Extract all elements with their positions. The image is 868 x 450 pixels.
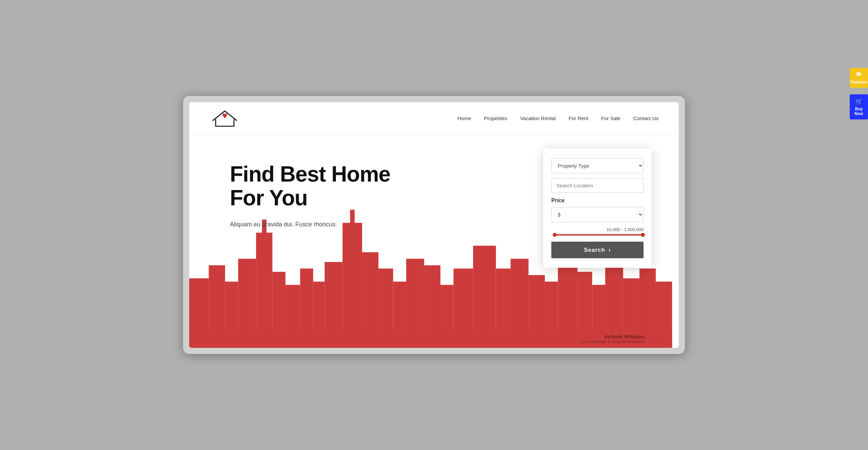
nav-links: Home Properties Vacation Rental For Rent…: [458, 115, 658, 121]
nav-properties-link[interactable]: Properties: [484, 115, 507, 121]
nav-for-sale-link[interactable]: For Sale: [601, 115, 620, 121]
svg-rect-11: [342, 223, 362, 348]
hero-title-line1: Find Best Home: [230, 162, 390, 186]
hero-title: Find Best Home For You: [230, 162, 390, 210]
hero-text: Find Best Home For You Aliquam eu gravid…: [230, 162, 390, 228]
hero-subtitle: Aliquam eu gravida dui. Fusce rhoncus.: [230, 221, 390, 228]
range-track: [553, 234, 645, 236]
price-label: Price: [551, 198, 644, 204]
range-thumb-left[interactable]: [553, 233, 557, 237]
search-button[interactable]: Search ›: [551, 242, 644, 258]
nav-contact-link[interactable]: Contact Us: [633, 115, 658, 121]
search-card: Property Type House Apartment Condo Vill…: [543, 149, 652, 268]
nav-home-link[interactable]: Home: [458, 115, 471, 121]
property-type-select[interactable]: Property Type House Apartment Condo Vill…: [551, 158, 644, 173]
logo[interactable]: [210, 108, 240, 129]
price-select[interactable]: $ $$ $$$: [551, 207, 644, 222]
logo-icon: [210, 108, 240, 129]
search-button-label: Search: [584, 247, 605, 254]
activate-watermark: Activate Windows Go to Settings to activ…: [581, 334, 645, 344]
range-slider: [551, 234, 644, 236]
hero-title-line2: For You: [230, 186, 308, 210]
price-range-label: 10,000 - 1,000,000: [551, 227, 644, 232]
activate-windows-subtitle: Go to Settings to activate Windows.: [581, 339, 645, 344]
nav-vacation-link[interactable]: Vacation Rental: [520, 115, 556, 121]
hero-section: Find Best Home For You Aliquam eu gravid…: [189, 135, 679, 348]
search-arrow-icon: ›: [609, 246, 611, 254]
range-thumb-right[interactable]: [641, 233, 645, 237]
navbar: Home Properties Vacation Rental For Rent…: [189, 102, 679, 135]
search-location-input[interactable]: [551, 178, 644, 193]
svg-rect-4: [256, 233, 272, 348]
activate-windows-title: Activate Windows: [581, 334, 645, 339]
nav-for-rent-link[interactable]: For Rent: [569, 115, 588, 121]
